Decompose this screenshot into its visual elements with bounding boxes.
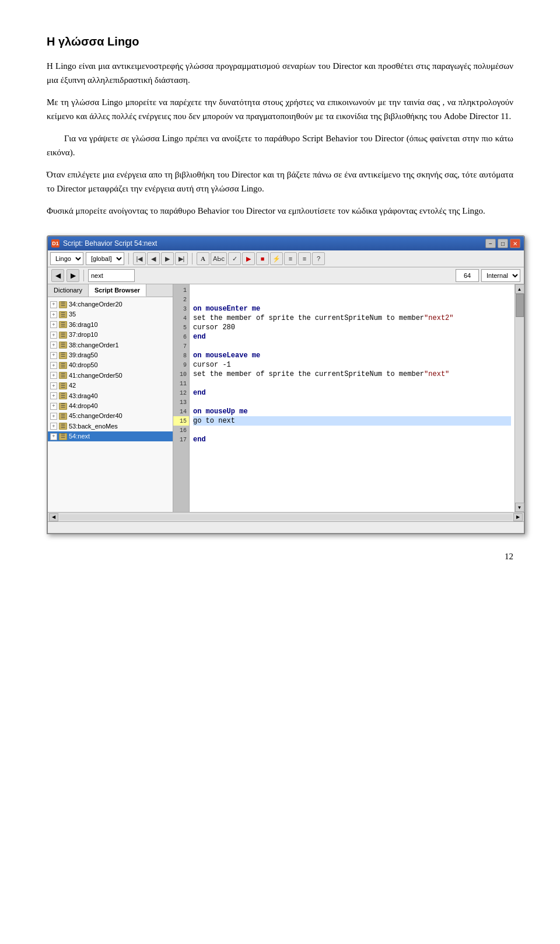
script-name-input[interactable]: [88, 269, 135, 282]
prev-button[interactable]: ◀: [147, 252, 160, 265]
lines-button[interactable]: ≡: [298, 252, 311, 265]
tree-item[interactable]: +☰54:next: [48, 431, 173, 441]
tree-item[interactable]: +☰40:drop50: [48, 360, 173, 370]
line-number: 14: [173, 407, 189, 416]
code-line: end: [193, 435, 511, 444]
next-button-tb[interactable]: ▶: [161, 252, 174, 265]
minimize-button[interactable]: −: [485, 239, 496, 248]
line-number: 13: [173, 398, 189, 407]
left-tabs: Dictionary Script Browser: [48, 284, 173, 297]
line-number: 1: [173, 285, 189, 295]
vertical-scrollbar[interactable]: ▲ ▼: [514, 284, 524, 512]
code-line: cursor 280: [193, 323, 511, 332]
stop-button[interactable]: ■: [256, 252, 269, 265]
line-number: 6: [173, 332, 189, 342]
tree-expand-icon: +: [50, 372, 57, 379]
code-line: [193, 398, 511, 407]
code-line: set the member of sprite the currentSpri…: [193, 370, 511, 379]
toolbar-separator-2: [192, 253, 192, 264]
code-line: [193, 426, 511, 435]
paragraph-5: Φυσικά μπορείτε ανοίγοντας το παράθυρο B…: [47, 204, 513, 218]
tab-script-browser[interactable]: Script Browser: [89, 284, 146, 297]
page-number: 12: [47, 552, 513, 562]
forward-button[interactable]: ▶|: [175, 252, 188, 265]
tree-expand-icon: +: [50, 352, 57, 359]
tree-item[interactable]: +☰39:drag50: [48, 350, 173, 360]
line-number: 10: [173, 370, 189, 379]
tree-item[interactable]: +☰53:back_enoMes: [48, 422, 173, 431]
global-select[interactable]: [global]: [86, 252, 124, 265]
rewind-button[interactable]: |◀: [133, 252, 146, 265]
tree-item[interactable]: +☰44:drop40: [48, 401, 173, 411]
list-button[interactable]: ≡: [284, 252, 297, 265]
scrollbar-thumb[interactable]: [516, 294, 524, 317]
scroll-up-button[interactable]: ▲: [515, 284, 524, 294]
maximize-button[interactable]: □: [498, 239, 508, 248]
font-abc-button[interactable]: АЬс: [211, 252, 227, 265]
line-number: 4: [173, 313, 189, 323]
line-number: 15: [173, 416, 189, 426]
line-number: 7: [173, 342, 189, 351]
hscroll-left-button[interactable]: ◀: [49, 513, 58, 521]
tree-expand-icon: +: [50, 403, 57, 410]
toolbar2-sep: [83, 270, 84, 281]
tree-item[interactable]: +☰37:drop10: [48, 330, 173, 340]
line-number: 12: [173, 388, 189, 398]
line-number: 5: [173, 323, 189, 332]
tree-item[interactable]: +☰43:drag40: [48, 391, 173, 401]
tree-expand-icon: +: [50, 342, 57, 349]
compile-button[interactable]: ✓: [228, 252, 241, 265]
nav-right-button[interactable]: ▶: [66, 269, 79, 282]
tree-item[interactable]: +☰42: [48, 381, 173, 391]
tree-item-label: 42: [69, 381, 76, 390]
tree-item[interactable]: +☰41:changeOrder50: [48, 371, 173, 381]
tree-expand-icon: +: [50, 332, 57, 339]
page-title: Η γλώσσα Lingo: [47, 35, 513, 48]
paragraph-3: Για να γράψετε σε γλώσσα Lingo πρέπει να…: [47, 131, 513, 159]
line-number-input[interactable]: [456, 269, 479, 282]
main-panel: Dictionary Script Browser +☰34:changeOrd…: [48, 284, 524, 512]
line-number: 16: [173, 426, 189, 435]
tree-item-label: 37:drop10: [69, 330, 98, 339]
tree-item-label: 36:drag10: [69, 321, 98, 329]
tree-item-label: 35: [69, 310, 76, 319]
toolbar-btn-group-2: A АЬс ✓ ▶ ■ ⚡ ≡ ≡ ?: [197, 252, 325, 265]
close-button[interactable]: ✕: [510, 239, 520, 248]
tree-expand-icon: +: [50, 392, 57, 399]
lingo-select[interactable]: Lingo: [50, 252, 83, 265]
font-bold-button[interactable]: A: [197, 252, 209, 265]
code-editor[interactable]: on mouseEnter me set the member of sprit…: [190, 284, 514, 512]
tree-expand-icon: +: [50, 433, 57, 440]
horizontal-scrollbar: ◀ ▶: [48, 512, 524, 521]
tree-item[interactable]: +☰36:drag10: [48, 320, 173, 330]
tree-file-icon: ☰: [59, 392, 67, 399]
paragraph-2: Με τη γλώσσα Lingo μπορείτε να παρέχετε …: [47, 95, 513, 123]
help-button[interactable]: ?: [312, 252, 325, 265]
window-controls: − □ ✕: [485, 239, 520, 248]
tree-item[interactable]: +☰35: [48, 309, 173, 319]
code-line: [193, 285, 511, 295]
tree-file-icon: ☰: [59, 413, 67, 420]
code-line: [193, 295, 511, 304]
tree-file-icon: ☰: [59, 311, 67, 318]
toolbar-row-1: Lingo [global] |◀ ◀ ▶ ▶| A АЬс ✓ ▶: [48, 250, 524, 267]
tree-item[interactable]: +☰38:changeOrder1: [48, 340, 173, 350]
tree-file-icon: ☰: [59, 301, 67, 308]
toggle-button[interactable]: ⚡: [270, 252, 283, 265]
line-number: 8: [173, 351, 189, 360]
tree-item[interactable]: +☰34:changeOrder20: [48, 299, 173, 309]
code-line: [193, 379, 511, 388]
line-number: 11: [173, 379, 189, 388]
tree-file-icon: ☰: [59, 362, 67, 369]
nav-left-button[interactable]: ◀: [51, 269, 64, 282]
tree-item[interactable]: +☰45:changeOrder40: [48, 411, 173, 421]
code-line: on mouseLeave me: [193, 351, 511, 360]
run-button[interactable]: ▶: [242, 252, 255, 265]
code-line: cursor -1: [193, 360, 511, 370]
hscroll-right-button[interactable]: ▶: [513, 513, 523, 521]
tab-dictionary[interactable]: Dictionary: [48, 284, 89, 297]
scroll-down-button[interactable]: ▼: [515, 503, 524, 512]
internal-select[interactable]: Internal: [481, 269, 520, 282]
tree-expand-icon: +: [50, 321, 57, 328]
tree-item-label: 41:changeOrder50: [69, 371, 123, 380]
